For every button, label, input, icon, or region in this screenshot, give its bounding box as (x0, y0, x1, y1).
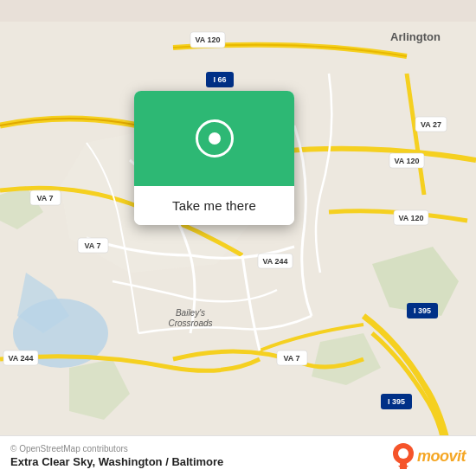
map-svg: VA 120 I 66 I 66 VA 7 VA 7 VA 27 VA 120 … (0, 0, 476, 476)
moovit-pin-icon (393, 443, 414, 469)
svg-text:VA 244: VA 244 (8, 354, 33, 363)
location-name: Extra Clear Sky, Washington / Baltimore (10, 455, 223, 468)
svg-text:VA 7: VA 7 (84, 241, 100, 250)
location-pin-icon (196, 119, 234, 158)
pin-dot (209, 132, 221, 145)
take-me-there-button[interactable]: Take me there (134, 186, 294, 225)
moovit-logo: moovit (393, 443, 466, 469)
svg-text:VA 7: VA 7 (283, 354, 299, 363)
svg-text:I 66: I 66 (213, 75, 226, 84)
popup-green-header (134, 91, 294, 186)
bottom-bar: © OpenStreetMap contributors Extra Clear… (0, 435, 476, 476)
svg-text:Crossroads: Crossroads (168, 318, 212, 328)
svg-text:VA 244: VA 244 (262, 257, 287, 266)
svg-text:I 395: I 395 (388, 397, 405, 406)
svg-text:VA 27: VA 27 (421, 120, 441, 129)
svg-marker-40 (398, 466, 408, 469)
map-container: VA 120 I 66 I 66 VA 7 VA 7 VA 27 VA 120 … (0, 0, 476, 476)
svg-point-38 (398, 448, 408, 459)
svg-text:VA 120: VA 120 (394, 157, 419, 165)
svg-text:VA 7: VA 7 (36, 194, 53, 203)
svg-text:VA 120: VA 120 (195, 35, 220, 44)
svg-text:I 395: I 395 (414, 306, 431, 315)
attribution-text: © OpenStreetMap contributors (10, 444, 223, 453)
svg-text:Arlington: Arlington (390, 30, 441, 43)
svg-text:Bailey's: Bailey's (176, 308, 205, 318)
popup-card: Take me there (134, 91, 294, 225)
svg-text:VA 120: VA 120 (398, 214, 423, 222)
bottom-left: © OpenStreetMap contributors Extra Clear… (10, 444, 223, 468)
moovit-text: moovit (417, 447, 466, 466)
